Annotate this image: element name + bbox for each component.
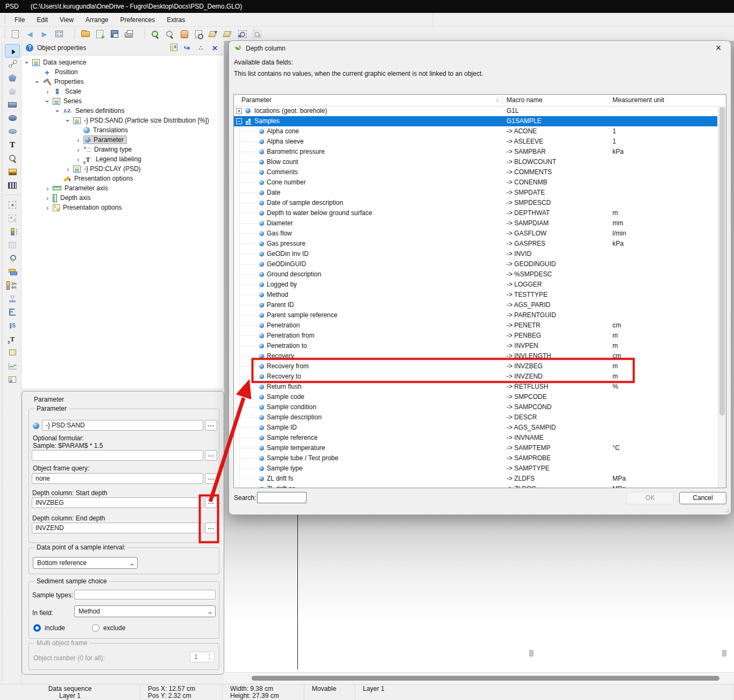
water-level-tool[interactable]: ▽ bbox=[5, 292, 20, 305]
search-input[interactable] bbox=[257, 492, 307, 503]
tree-item-presentation-options[interactable]: Presentation options bbox=[22, 174, 224, 183]
cursor-tool[interactable] bbox=[5, 44, 20, 58]
in-field-select[interactable]: Method › bbox=[74, 605, 216, 617]
nav-back-button[interactable]: ◀ bbox=[23, 27, 37, 40]
table-row-geodin-inv-id[interactable]: GeODin Inv ID-> INVID bbox=[234, 249, 717, 259]
tree-item-drawing-type[interactable]: ›Drawing type bbox=[22, 145, 224, 154]
expand-icon[interactable] bbox=[236, 108, 242, 114]
ellipse-alt-tool[interactable] bbox=[5, 125, 20, 138]
tree-item-data-sequence[interactable]: ›Data sequence bbox=[22, 58, 224, 67]
table-row-alpha-cone[interactable]: Alpha cone-> ACONE1 bbox=[234, 126, 717, 137]
nav-forward-button[interactable]: ▶ bbox=[38, 27, 51, 40]
vertical-scrollbar[interactable] bbox=[718, 106, 726, 488]
menu-view[interactable]: View bbox=[54, 14, 80, 26]
tree-item-legend-labeling[interactable]: ›TLegend labeling bbox=[22, 154, 224, 164]
parameter-field[interactable]: -} PSD:SAND bbox=[42, 420, 203, 431]
table-row-sample-condition[interactable]: Sample condition-> SAMPCOND bbox=[234, 402, 717, 412]
table-row-sample-id[interactable]: Sample ID-> AGS_SAMPID bbox=[234, 423, 717, 433]
sample-interval-select[interactable]: Bottom reference › bbox=[33, 557, 138, 569]
table-row-gas-pressure[interactable]: Gas pressure-> GASPRESkPa bbox=[234, 239, 717, 249]
text-tool-tool[interactable]: T bbox=[5, 138, 20, 152]
table-row-barometric-pressure[interactable]: Barometric pressure-> SAMPBARkPa bbox=[234, 147, 717, 157]
table-row-sample-tube-test-probe[interactable]: Sample tube / Test probe-> SAMPROBE bbox=[234, 453, 717, 463]
column-profile-tool[interactable] bbox=[5, 305, 20, 319]
new-page-button[interactable] bbox=[9, 27, 22, 40]
add-page-button[interactable] bbox=[93, 27, 106, 40]
zoom-region-button[interactable] bbox=[236, 27, 249, 40]
tree-item-series[interactable]: ›Series bbox=[22, 96, 224, 106]
table-row-date-of-sample-description[interactable]: Date of sample description-> SMPDESCD bbox=[234, 198, 717, 208]
table-row-blow-count[interactable]: Blow count-> BLOWCOUNT bbox=[234, 157, 717, 167]
parameter-browse-button[interactable]: ... bbox=[205, 420, 217, 431]
list-columns-button[interactable] bbox=[170, 44, 177, 53]
table-row-gas-flow[interactable]: Gas flow-> GASFLOWl/min bbox=[234, 228, 717, 239]
tree-item-psd-sand-particle-size-distribution[interactable]: ›-} PSD:SAND (Particle size Distribution… bbox=[22, 116, 224, 125]
send-backward-button[interactable] bbox=[206, 27, 220, 40]
start-depth-field[interactable]: INVZBEG bbox=[32, 497, 203, 508]
node-tree-button[interactable]: ∴ bbox=[196, 44, 205, 53]
object-number-spinner[interactable]: 1 ▲▼ bbox=[190, 652, 215, 662]
spinner-arrows-icon[interactable]: ▲▼ bbox=[206, 652, 213, 661]
ellipse-tool[interactable] bbox=[5, 111, 20, 125]
pan-hand-button[interactable] bbox=[177, 27, 191, 40]
tree-item-translations[interactable]: Translations bbox=[22, 125, 224, 135]
collapse-icon[interactable] bbox=[236, 118, 242, 124]
zoom-out-button[interactable] bbox=[163, 27, 176, 40]
menu-preferences[interactable]: Preferences bbox=[115, 14, 161, 26]
menu-arrange[interactable]: Arrange bbox=[80, 14, 115, 26]
tree-item-series-definitions[interactable]: ›1.2.Series definitions bbox=[22, 106, 224, 116]
table-row-parent-id[interactable]: Parent ID-> AGS_PARID bbox=[234, 300, 717, 310]
table-row-geodinguid[interactable]: GeODinGUID-> GEODINGUID bbox=[234, 259, 717, 269]
horizontal-scrollbar-thumb[interactable] bbox=[252, 676, 719, 681]
grid-light-tool[interactable] bbox=[5, 238, 20, 252]
polygon-tool[interactable] bbox=[5, 71, 20, 84]
column-header-macro-name[interactable]: Macro name bbox=[507, 96, 543, 104]
page-preview-button[interactable] bbox=[192, 27, 205, 40]
exclude-radio[interactable]: exclude bbox=[92, 624, 125, 632]
table-row-cone-number[interactable]: Cone number-> CONENMB bbox=[234, 177, 717, 188]
selection-handle[interactable] bbox=[722, 650, 726, 656]
select-objects-tool[interactable] bbox=[5, 211, 20, 225]
tree-item-depth-axis[interactable]: ›Depth axis bbox=[22, 193, 224, 203]
table-row-diameter[interactable]: Diameter-> SAMPDIAMmm bbox=[234, 218, 717, 228]
vertical-scrollbar-thumb[interactable] bbox=[719, 107, 725, 416]
column-header-parameter[interactable]: Parameter bbox=[241, 96, 272, 104]
help-icon[interactable]: ? bbox=[26, 44, 33, 52]
table-row-recovery[interactable]: Recovery-> INVLENGTHcm bbox=[234, 351, 717, 361]
table-row-recovery-from[interactable]: Recovery from-> INVZBEGm bbox=[234, 361, 717, 372]
formular-field[interactable] bbox=[32, 450, 203, 461]
ok-button[interactable]: OK bbox=[626, 492, 674, 504]
menu-edit[interactable]: Edit bbox=[31, 14, 54, 26]
tree-item-scale[interactable]: ›⇕Scale bbox=[22, 87, 224, 96]
end-depth-field[interactable]: INVZEND bbox=[32, 523, 203, 533]
table-row-comments[interactable]: Comments-> COMMENTS bbox=[234, 167, 717, 177]
connector-line-tool[interactable] bbox=[5, 58, 20, 71]
tile-windows-button[interactable] bbox=[52, 27, 66, 40]
tree-item-position[interactable]: +Position bbox=[22, 67, 224, 77]
tree-item-psd-clay-psd[interactable]: ›-} PSD:CLAY (PSD) bbox=[22, 164, 224, 174]
table-row-return-flush[interactable]: Return flush-> RETFLUSH% bbox=[234, 382, 717, 392]
table-row-ground-description[interactable]: Ground description-> %SMPDESC bbox=[234, 269, 717, 280]
link-arrow-button[interactable]: ↪ bbox=[182, 44, 191, 53]
layer-stack-tool[interactable] bbox=[5, 265, 20, 278]
include-radio[interactable]: include bbox=[33, 624, 65, 632]
zoom-in-button[interactable] bbox=[148, 27, 162, 40]
table-row-date[interactable]: Date-> SMPDATE bbox=[234, 188, 717, 198]
cancel-button[interactable]: Cancel bbox=[679, 492, 726, 504]
table-row-penetration-from[interactable]: Penetration from-> PENBEGm bbox=[234, 331, 717, 341]
horizontal-scrollbar[interactable] bbox=[224, 672, 734, 684]
table-row-method[interactable]: Method-> TESTTYPE bbox=[234, 290, 717, 300]
table-row-recovery-to[interactable]: Recovery to-> INVZENDm bbox=[234, 372, 717, 382]
depth-scale-tool[interactable]: 2m 4m bbox=[5, 278, 20, 292]
zoom-region-alt-button[interactable] bbox=[250, 27, 263, 40]
tree-item-properties[interactable]: ›Properties bbox=[22, 77, 224, 87]
tree-item-presentation-options[interactable]: ›Presentation options bbox=[22, 203, 224, 212]
menu-file[interactable]: File bbox=[9, 14, 31, 26]
rectangle-tool[interactable] bbox=[5, 98, 20, 111]
table-row-sample-description[interactable]: Sample description-> DESCR bbox=[234, 412, 717, 423]
table-row-penetration[interactable]: Penetration-> PENETRcm bbox=[234, 320, 717, 331]
column-legend-tool[interactable] bbox=[5, 225, 20, 238]
sample-types-field[interactable] bbox=[74, 590, 216, 599]
table-group-row-locations-geot-borehole[interactable]: locations (geot. borehole)G1L bbox=[234, 106, 717, 116]
select-region-tool[interactable] bbox=[5, 198, 20, 211]
